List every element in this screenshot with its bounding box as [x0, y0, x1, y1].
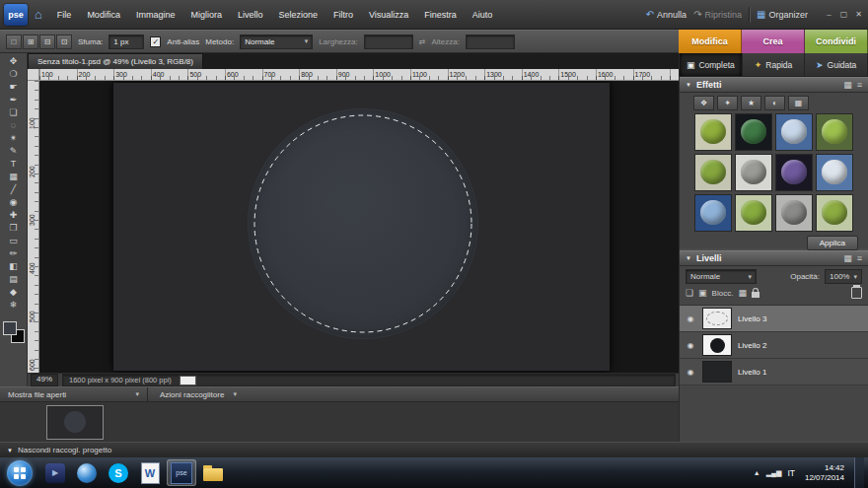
scrollbar-thumb[interactable] — [180, 376, 196, 385]
layer-name[interactable]: Livello 3 — [738, 314, 766, 323]
blend-mode-dropdown[interactable]: Normale ▾ — [686, 269, 757, 284]
layer-row[interactable]: ◉ Livello 2 — [680, 332, 868, 359]
tray-expand-icon[interactable]: ▲ — [754, 469, 760, 476]
word-app[interactable]: W — [135, 459, 165, 486]
apply-button[interactable]: Applica — [807, 236, 858, 250]
new-selection-button[interactable]: □ — [6, 35, 22, 49]
bin-document-thumbnail[interactable] — [46, 405, 104, 440]
document-image[interactable] — [113, 83, 610, 371]
effect-thumbnail[interactable] — [816, 194, 853, 232]
organizer-button[interactable]: ▦ Organizer — [757, 9, 808, 20]
show-all-button[interactable]: ▦ — [788, 96, 809, 110]
menu-item[interactable]: Finestra — [416, 0, 465, 30]
subtract-from-selection-button[interactable]: ⊟ — [39, 35, 55, 49]
eraser-tool[interactable]: ▭ — [3, 235, 25, 246]
effect-thumbnail[interactable] — [694, 194, 732, 232]
new-layer-icon[interactable]: ❏ — [686, 288, 693, 298]
feather-input[interactable]: 1 px — [108, 35, 144, 49]
maximize-button[interactable]: ▢ — [837, 10, 850, 19]
effect-thumbnail[interactable] — [775, 194, 813, 232]
mode-dropdown[interactable]: Normale ▾ — [240, 35, 313, 49]
effect-thumbnail[interactable] — [694, 154, 732, 191]
red-eye-tool[interactable]: ◉ — [3, 196, 25, 208]
eyedropper-tool[interactable]: ✒ — [3, 94, 25, 105]
show-desktop-button[interactable] — [854, 457, 864, 488]
menu-item[interactable]: Livello — [230, 0, 271, 30]
layer-thumbnail[interactable] — [702, 361, 732, 383]
swap-dimensions-icon[interactable]: ⇄ — [419, 37, 426, 46]
minimize-button[interactable]: – — [823, 10, 835, 19]
layer-styles-category-button[interactable]: ✦ — [717, 96, 738, 110]
layer-row[interactable]: ◉ Livello 3 — [680, 306, 868, 332]
redo-button[interactable]: ↷ Ripristina — [693, 9, 742, 20]
start-button[interactable] — [7, 460, 33, 486]
shape-tool[interactable]: ◆ — [3, 286, 25, 298]
marquee-tool[interactable]: ❏ — [3, 106, 25, 118]
visibility-eye-icon[interactable]: ◉ — [685, 341, 696, 350]
crop-tool[interactable]: ▦ — [3, 171, 25, 182]
visibility-eye-icon[interactable]: ◉ — [685, 314, 696, 323]
hide-project-bin-button[interactable]: Nascondi raccogl. progetto — [18, 446, 111, 454]
lock-transparency-icon[interactable]: ▦ — [738, 288, 747, 298]
vertical-ruler[interactable]: 100200300400500600 — [28, 81, 39, 373]
all-effects-category-button[interactable]: ◐ — [764, 96, 785, 110]
document-tab[interactable]: Senza titolo-1.psd @ 49% (Livello 3, RGB… — [28, 53, 203, 69]
menu-item[interactable]: Modifica — [79, 0, 128, 30]
layer-name[interactable]: Livello 2 — [738, 341, 766, 350]
layer-thumbnail[interactable] — [702, 308, 732, 329]
menu-item[interactable]: File — [49, 0, 80, 30]
photoshop-elements-app[interactable]: pse — [167, 459, 196, 486]
zoom-level[interactable]: 49% — [31, 374, 58, 386]
height-input[interactable] — [466, 35, 515, 49]
language-indicator[interactable]: IT — [787, 468, 795, 478]
effect-thumbnail[interactable] — [735, 113, 772, 151]
workspace-tab[interactable]: Crea — [742, 30, 805, 53]
lock-all-icon[interactable] — [752, 292, 760, 298]
add-to-selection-button[interactable]: ⊞ — [23, 35, 38, 49]
close-button[interactable]: ✕ — [852, 10, 865, 19]
skype-app[interactable]: S — [104, 459, 133, 486]
quick-selection-tool[interactable]: ✎ — [3, 145, 25, 157]
zoom-tool[interactable]: ❍ — [3, 68, 25, 80]
layer-row[interactable]: ◉ Livello 1 — [680, 359, 868, 385]
filters-category-button[interactable]: ❖ — [693, 96, 714, 110]
home-icon[interactable]: ⌂ — [35, 7, 42, 22]
effect-thumbnail[interactable] — [735, 194, 772, 232]
menu-item[interactable]: Migliora — [182, 0, 230, 30]
menu-item[interactable]: Aiuto — [465, 0, 501, 30]
edit-mode-tab[interactable]: ▣ Completa — [680, 53, 743, 76]
paint-bucket-tool[interactable]: ◧ — [3, 260, 25, 272]
explorer-app[interactable] — [198, 459, 228, 486]
show-open-files-dropdown[interactable]: Mostra file aperti ▾ — [0, 387, 148, 401]
clone-stamp-tool[interactable]: ❐ — [3, 222, 25, 234]
undo-button[interactable]: ↶ Annulla — [646, 9, 687, 20]
blur-tool[interactable]: ❄ — [3, 299, 25, 311]
antialias-checkbox[interactable]: ✓ — [150, 36, 161, 47]
menu-item[interactable]: Selezione — [270, 0, 326, 30]
collapse-triangle-icon[interactable]: ▼ — [7, 448, 13, 453]
hand-tool[interactable]: ☛ — [3, 81, 25, 93]
width-input[interactable] — [364, 35, 413, 49]
move-tool[interactable]: ✥ — [3, 55, 25, 67]
edit-mode-tab[interactable]: ✦ Rapida — [743, 53, 806, 76]
effects-grid-icon[interactable]: ▦ — [843, 80, 852, 90]
workspace-tab[interactable]: Modifica — [679, 30, 742, 53]
menu-item[interactable]: Filtro — [326, 0, 361, 30]
layer-thumbnail[interactable] — [702, 334, 732, 356]
layer-name[interactable]: Livello 1 — [738, 368, 766, 377]
bin-actions-button[interactable]: Azioni raccoglitore ▾ — [148, 390, 249, 399]
effect-thumbnail[interactable] — [775, 113, 813, 151]
horizontal-ruler[interactable]: 1002003004005006007008009001000110012001… — [39, 69, 679, 81]
photo-effects-category-button[interactable]: ★ — [741, 96, 761, 110]
foreground-color-swatch[interactable] — [3, 321, 17, 335]
workspace-tab[interactable]: Condividi — [805, 30, 868, 53]
magic-wand-tool[interactable]: ✴ — [3, 132, 25, 144]
healing-brush-tool[interactable]: ✚ — [3, 209, 25, 221]
menu-item[interactable]: Immagine — [128, 0, 183, 30]
canvas[interactable] — [39, 81, 679, 373]
horizontal-scrollbar[interactable]: 1600 pixel x 900 pixel (800 ppi) — [62, 374, 676, 386]
gradient-tool[interactable]: ▤ — [3, 273, 25, 285]
effect-thumbnail[interactable] — [816, 154, 853, 191]
effect-thumbnail[interactable] — [694, 113, 732, 151]
effect-thumbnail[interactable] — [816, 113, 853, 151]
